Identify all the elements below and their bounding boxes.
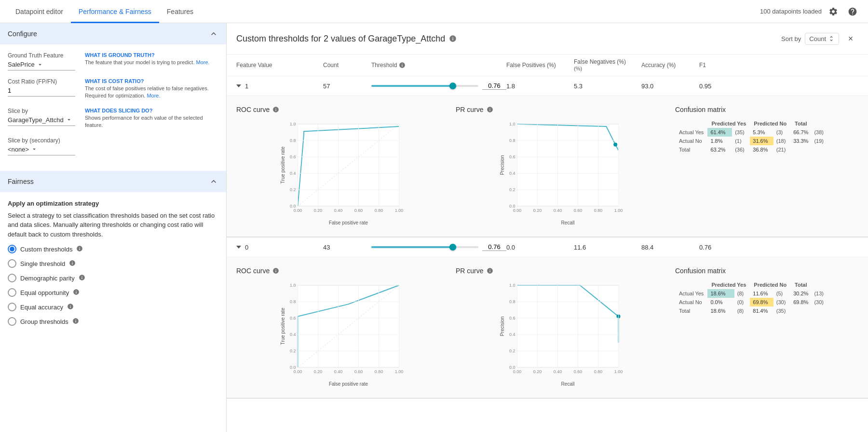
panel-header: Custom thresholds for 2 values of Garage… <box>227 23 868 55</box>
slice-secondary-select[interactable]: <none> <box>8 146 75 155</box>
fairness-option-1[interactable]: Single threshold <box>8 259 218 268</box>
slice-fp-0: 1.8 <box>506 83 574 90</box>
slice-by-help: WHAT DOES SLICING DO? Shows performance … <box>85 108 218 129</box>
fairness-option-info-3[interactable] <box>73 289 80 297</box>
slice-row-0: 1 57 1.8 5.3 93.0 0.95 <box>227 76 868 96</box>
fairness-option-info-5[interactable] <box>72 318 79 326</box>
fairness-option-info-4[interactable] <box>67 303 74 311</box>
radio-outer <box>8 317 16 326</box>
radio-inner <box>10 247 14 251</box>
svg-text:0.2: 0.2 <box>509 348 515 353</box>
ground-truth-dropdown-icon <box>37 61 43 68</box>
expand-btn-1[interactable]: 0 <box>236 244 323 251</box>
roc-info-icon-0 <box>272 106 279 113</box>
right-panel: Custom thresholds for 2 values of Garage… <box>227 23 868 432</box>
svg-text:0.00: 0.00 <box>513 208 522 213</box>
svg-text:0.60: 0.60 <box>354 208 363 213</box>
configure-section-header[interactable]: Configure <box>0 23 226 44</box>
fairness-section-header[interactable]: Fairness <box>0 171 226 192</box>
cost-ratio-help: WHAT IS COST RATIO? The cost of false po… <box>85 78 218 100</box>
tab-performance-fairness[interactable]: Performance & Fairness <box>71 0 159 23</box>
fairness-option-4[interactable]: Equal accuracy <box>8 303 218 311</box>
svg-rect-84 <box>517 285 619 367</box>
fairness-title: Fairness <box>8 178 34 185</box>
slider-track-0[interactable] <box>371 85 478 87</box>
col-count: Count <box>323 62 371 69</box>
ground-truth-help: WHAT IS GROUND TRUTH? The feature that y… <box>85 52 218 70</box>
svg-text:0.40: 0.40 <box>334 208 343 213</box>
sort-chevron-icon <box>828 35 835 42</box>
svg-text:0.8: 0.8 <box>509 138 515 143</box>
cost-ratio-help-link[interactable]: More. <box>147 93 160 98</box>
table-header: Feature Value Count Threshold False Posi… <box>227 55 868 76</box>
svg-text:0.4: 0.4 <box>290 332 296 337</box>
sort-select[interactable]: Count <box>805 33 839 45</box>
cost-ratio-input[interactable] <box>8 87 75 97</box>
expand-triangle-1 <box>236 246 241 249</box>
datapoints-status: 100 datapoints loaded <box>760 8 822 15</box>
fairness-option-0[interactable]: Custom thresholds <box>8 245 218 253</box>
radio-outer <box>8 245 16 253</box>
col-threshold: Threshold <box>371 62 506 69</box>
pr-info-icon-0 <box>487 106 493 113</box>
svg-text:0.0: 0.0 <box>509 204 515 209</box>
slider-track-1[interactable] <box>371 246 478 248</box>
fairness-content: Apply an optimization strategy Select a … <box>0 192 226 340</box>
slice-container-1: 0 43 0.0 11.6 88.4 0.76 ROC curve 0. <box>227 237 868 399</box>
slice-by-group: Slice by GarageType_Attchd WHAT DOES SLI… <box>8 108 218 129</box>
svg-text:1.0: 1.0 <box>290 283 296 288</box>
threshold-input-0[interactable] <box>482 82 506 90</box>
cost-ratio-group: Cost Ratio (FP/FN) WHAT IS COST RATIO? T… <box>8 78 218 100</box>
svg-text:0.4: 0.4 <box>509 171 515 176</box>
help-button[interactable] <box>845 4 860 19</box>
svg-text:0.60: 0.60 <box>574 208 583 213</box>
panel-title: Custom thresholds for 2 values of Garage… <box>236 34 457 44</box>
tab-datapoint-editor[interactable]: Datapoint editor <box>8 0 71 23</box>
svg-text:0.6: 0.6 <box>290 154 296 159</box>
fairness-strategy-title: Apply an optimization strategy <box>8 200 218 207</box>
slice-value-0: 1 <box>245 83 248 90</box>
main-layout: Configure Ground Truth Feature SalePrice… <box>0 23 868 432</box>
fairness-option-info-0[interactable] <box>76 245 83 253</box>
fairness-option-info-1[interactable] <box>69 260 76 268</box>
slice-by-dropdown-icon <box>66 116 72 123</box>
expanded-area-0: ROC curve 0.000.00.200.20.400.40.600.60.… <box>227 96 868 237</box>
svg-text:True positive rate: True positive rate <box>280 307 285 345</box>
slice-secondary-group: Slice by (secondary) <none> <box>8 137 218 155</box>
svg-text:0.80: 0.80 <box>594 208 603 213</box>
fairness-option-2[interactable]: Demographic parity <box>8 274 218 282</box>
radio-outer <box>8 274 16 282</box>
ground-truth-help-link[interactable]: More. <box>196 59 210 65</box>
col-f1: F1 <box>699 62 738 69</box>
expand-btn-0[interactable]: 1 <box>236 83 323 90</box>
svg-text:0.6: 0.6 <box>509 316 515 321</box>
fairness-option-3[interactable]: Equal opportunity <box>8 288 218 297</box>
svg-text:0.2: 0.2 <box>509 187 515 192</box>
col-false-positives: False Positives (%) <box>506 62 574 69</box>
svg-text:0.2: 0.2 <box>290 187 296 192</box>
settings-button[interactable] <box>826 4 841 19</box>
fairness-description: Select a strategy to set classification … <box>8 211 218 239</box>
svg-text:0.20: 0.20 <box>533 208 542 213</box>
roc-chart-0: ROC curve 0.000.00.200.20.400.40.600.60.… <box>236 106 446 227</box>
panel-close-button[interactable]: × <box>843 31 858 46</box>
threshold-input-1[interactable] <box>482 243 506 251</box>
col-accuracy: Accuracy (%) <box>641 62 699 69</box>
svg-text:0.0: 0.0 <box>290 365 296 370</box>
slice-by-select[interactable]: GarageType_Attchd <box>8 116 75 126</box>
svg-text:True positive rate: True positive rate <box>280 146 285 183</box>
tab-features[interactable]: Features <box>159 0 201 23</box>
ground-truth-select[interactable]: SalePrice <box>8 61 75 70</box>
roc-chart-1: ROC curve 0.000.00.200.20.400.40.600.60.… <box>236 267 446 388</box>
configure-title: Configure <box>8 30 37 38</box>
svg-text:0.6: 0.6 <box>509 154 515 159</box>
configure-content: Ground Truth Feature SalePrice WHAT IS G… <box>0 44 226 171</box>
svg-text:0.2: 0.2 <box>290 348 296 353</box>
fairness-option-info-2[interactable] <box>79 274 85 282</box>
svg-text:0.6: 0.6 <box>290 316 296 321</box>
svg-text:0.80: 0.80 <box>594 369 603 374</box>
svg-text:0.40: 0.40 <box>334 369 343 374</box>
fairness-option-5[interactable]: Group thresholds <box>8 317 218 326</box>
pr-chart-1: PR curve 0.000.00.200.20.400.40.600.60.8… <box>456 267 665 388</box>
top-nav: Datapoint editor Performance & Fairness … <box>0 0 868 23</box>
